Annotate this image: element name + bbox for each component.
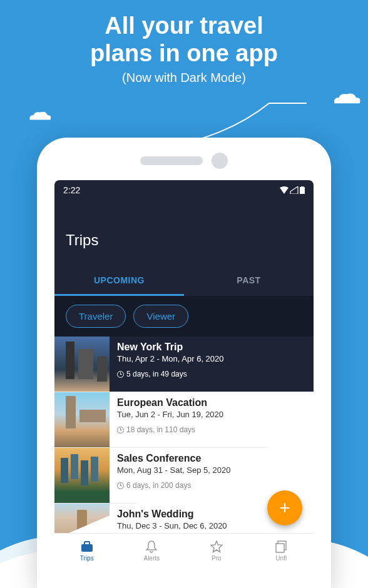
trip-title: New York Trip [117,342,306,353]
nav-label: Unfi [275,555,287,562]
trip-item[interactable]: New York Trip Thu, Apr 2 - Mon, Apr 6, 2… [54,337,314,392]
nav-alerts[interactable]: Alerts [120,534,185,568]
trip-thumbnail [54,392,110,447]
hero-subtitle: (Now with Dark Mode) [0,71,368,85]
add-trip-fab[interactable]: + [267,490,302,525]
clock-icon [117,371,124,378]
trip-title: Sales Conference [117,453,306,464]
trip-meta: 18 days, in 110 days [117,425,306,434]
nav-label: Pro [212,555,222,562]
plus-icon: + [279,497,290,519]
chip-viewer[interactable]: Viewer [133,305,188,328]
trip-meta: 5 days, in 49 days [117,370,306,378]
nav-unfiled[interactable]: Unfi [249,534,314,568]
status-time: 2:22 [63,185,80,195]
clock-icon [117,482,124,489]
dark-header: 2:22 Trips UPCOMING PAST Traveler Viewer [54,180,314,337]
nav-label: Alerts [143,555,160,562]
clock-icon [117,427,124,433]
star-icon [210,540,223,554]
nav-pro[interactable]: Pro [184,534,249,568]
phone-frame: 2:22 Trips UPCOMING PAST Traveler Viewer [37,138,331,588]
battery-icon [300,186,305,194]
tab-past[interactable]: PAST [184,266,314,296]
nav-trips[interactable]: Trips [54,534,120,568]
phone-hardware [37,138,331,180]
trip-thumbnail [54,337,110,392]
chip-traveler[interactable]: Traveler [66,305,126,328]
cloud-decor [25,109,53,124]
bottom-nav: Trips Alerts Pro Unfi [54,533,314,568]
filter-chips: Traveler Viewer [54,296,314,337]
trip-thumbnail [54,448,110,503]
camera [212,153,228,169]
cloud-decor [329,91,363,108]
trip-item[interactable]: European Vacation Tue, Jun 2 - Fri, Jun … [54,392,314,448]
screen: 2:22 Trips UPCOMING PAST Traveler Viewer [54,180,314,568]
status-icons [280,186,305,194]
trip-dates: Thu, Apr 2 - Mon, Apr 6, 2020 [117,354,306,363]
tabs: UPCOMING PAST [54,266,314,296]
trip-meta: 6 days, in 200 days [117,481,306,490]
hero: All your travel plans in one app (Now wi… [0,0,368,85]
briefcase-icon [80,540,94,554]
hero-title: All your travel plans in one app [0,13,368,67]
tab-upcoming[interactable]: UPCOMING [54,266,184,296]
svg-rect-4 [276,544,284,552]
svg-rect-1 [301,186,304,188]
page-title: Trips [54,200,314,266]
trip-dates: Tue, Jun 2 - Fri, Jun 19, 2020 [117,410,306,419]
svg-rect-3 [84,542,89,545]
stack-icon [274,540,288,554]
trip-title: European Vacation [117,397,306,408]
nav-label: Trips [80,555,94,562]
wifi-icon [280,186,289,194]
speaker [140,156,203,165]
signal-icon [290,186,299,194]
bell-icon [145,540,158,554]
status-bar: 2:22 [54,180,314,200]
trip-dates: Mon, Aug 31 - Sat, Sep 5, 2020 [117,465,306,475]
svg-rect-0 [300,187,305,194]
